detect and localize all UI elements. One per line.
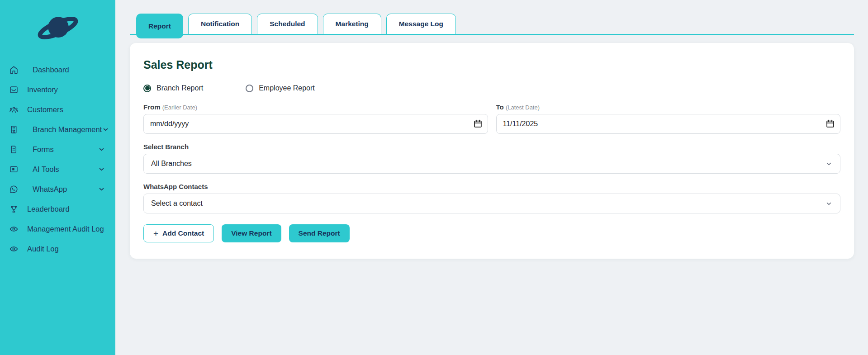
tab-marketing[interactable]: Marketing <box>323 14 381 34</box>
whatsapp-contacts-field: WhatsApp Contacts Select a contact <box>143 183 840 213</box>
action-buttons: + Add Contact View Report Send Report <box>143 224 840 242</box>
to-label: To <box>496 103 504 111</box>
chevron-down-icon <box>825 200 833 208</box>
sidebar-item-branch-management[interactable]: Branch Management <box>0 119 115 139</box>
radio-selected-icon <box>143 85 151 92</box>
inventory-icon <box>8 85 19 95</box>
tab-bar: Report Notification Scheduled Marketing … <box>130 14 854 39</box>
eye-icon <box>8 224 19 234</box>
from-date-field: From (Earlier Date) <box>143 103 488 134</box>
main-content: Report Notification Scheduled Marketing … <box>115 0 868 355</box>
sidebar-nav: Dashboard Inventory Customers Branch Man… <box>0 57 115 259</box>
branch-report-radio[interactable]: Branch Report <box>143 84 203 92</box>
sidebar-item-forms[interactable]: Forms <box>0 139 115 159</box>
from-date-input[interactable] <box>143 114 488 134</box>
home-icon <box>8 65 19 75</box>
date-range-row: From (Earlier Date) To (Latest Date) <box>143 103 840 134</box>
sidebar-item-management-audit-log[interactable]: Management Audit Log <box>0 219 115 239</box>
tab-scheduled[interactable]: Scheduled <box>257 14 318 34</box>
to-hint: (Latest Date) <box>506 104 540 111</box>
sidebar-item-ai-tools[interactable]: AI Tools <box>0 159 115 179</box>
employee-report-radio[interactable]: Employee Report <box>246 84 315 92</box>
branch-select[interactable]: All Branches <box>143 154 840 174</box>
sidebar-item-dashboard[interactable]: Dashboard <box>0 60 115 80</box>
whatsapp-contact-select[interactable]: Select a contact <box>143 194 840 213</box>
report-type-radio-group: Branch Report Employee Report <box>143 84 840 92</box>
saturn-logo-icon <box>32 11 84 45</box>
document-icon <box>8 144 19 154</box>
view-report-button[interactable]: View Report <box>222 224 281 242</box>
add-contact-button[interactable]: + Add Contact <box>143 224 214 242</box>
plus-icon: + <box>153 229 158 238</box>
chevron-down-icon[interactable] <box>102 126 109 133</box>
sidebar-item-label: AI Tools <box>33 165 59 174</box>
sales-report-card: Sales Report Branch Report Employee Repo… <box>130 43 854 259</box>
app-logo <box>0 0 115 57</box>
sidebar-item-label: Forms <box>33 145 54 154</box>
radio-unselected-icon <box>246 85 253 92</box>
sidebar-item-label: WhatsApp <box>33 185 67 194</box>
to-date-input[interactable] <box>496 114 841 134</box>
sidebar-item-label: Leaderboard <box>27 205 70 213</box>
sidebar-item-leaderboard[interactable]: Leaderboard <box>0 199 115 219</box>
tab-report[interactable]: Report <box>136 14 183 38</box>
sidebar-item-label: Branch Management <box>33 125 102 134</box>
calendar-icon[interactable] <box>474 119 482 128</box>
from-hint: (Earlier Date) <box>162 104 197 111</box>
whatsapp-icon <box>8 184 19 194</box>
sidebar-item-customers[interactable]: Customers <box>0 99 115 119</box>
chevron-down-icon <box>825 160 833 168</box>
branch-select-field: Select Branch All Branches <box>143 143 840 174</box>
calendar-icon[interactable] <box>826 119 835 128</box>
sidebar-item-label: Management Audit Log <box>27 225 104 233</box>
tab-message-log[interactable]: Message Log <box>386 14 456 34</box>
building-icon <box>8 124 19 134</box>
sidebar-item-label: Customers <box>27 105 63 114</box>
sidebar-item-audit-log[interactable]: Audit Log <box>0 239 115 259</box>
sidebar-item-label: Dashboard <box>33 66 69 74</box>
sidebar-item-label: Inventory <box>27 85 58 94</box>
sidebar-item-label: Audit Log <box>27 245 59 253</box>
ai-tools-icon <box>8 164 19 174</box>
chevron-down-icon[interactable] <box>98 166 105 173</box>
send-report-button[interactable]: Send Report <box>289 224 350 242</box>
whatsapp-contacts-label: WhatsApp Contacts <box>143 183 840 190</box>
branch-select-label: Select Branch <box>143 143 840 151</box>
sidebar: Dashboard Inventory Customers Branch Man… <box>0 0 115 355</box>
tab-notification[interactable]: Notification <box>188 14 252 34</box>
sidebar-item-whatsapp[interactable]: WhatsApp <box>0 179 115 199</box>
page-title: Sales Report <box>143 58 840 71</box>
eye-icon <box>8 244 19 254</box>
chevron-down-icon[interactable] <box>98 146 105 153</box>
sidebar-item-inventory[interactable]: Inventory <box>0 80 115 99</box>
to-date-field: To (Latest Date) <box>496 103 841 134</box>
customers-icon <box>8 104 19 114</box>
from-label: From <box>143 103 161 111</box>
trophy-icon <box>8 204 19 214</box>
chevron-down-icon[interactable] <box>98 185 105 193</box>
